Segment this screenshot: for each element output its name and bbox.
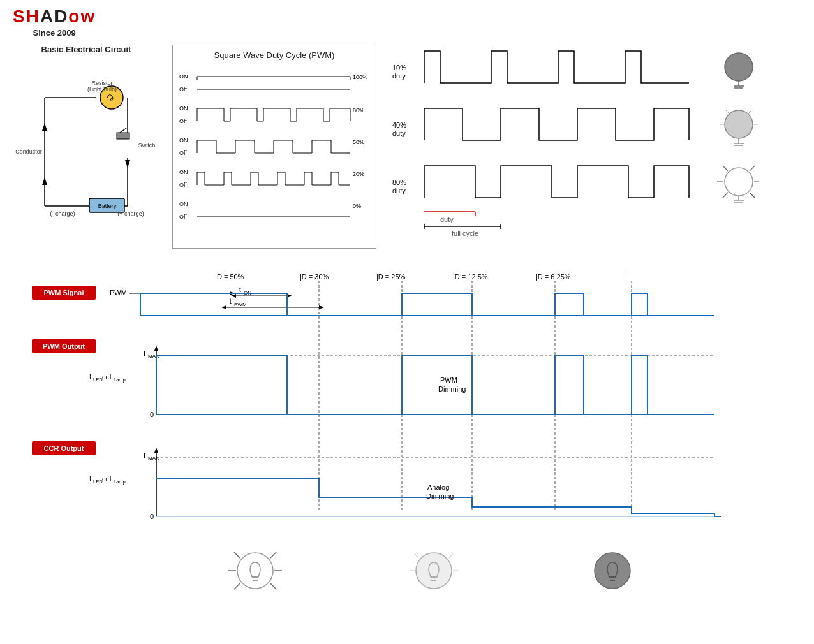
svg-text:or I: or I — [102, 374, 111, 381]
svg-text:|D = 6.25%: |D = 6.25% — [536, 273, 571, 281]
svg-text:I: I — [144, 451, 145, 459]
svg-text:PWM: PWM — [440, 376, 457, 384]
svg-text:duty: duty — [440, 216, 454, 223]
svg-text:80%: 80% — [353, 107, 364, 113]
svg-text:ON: ON — [179, 201, 188, 207]
svg-text:ON: ON — [179, 169, 188, 175]
svg-line-143 — [415, 553, 418, 558]
logo-ad: AD — [40, 6, 68, 26]
svg-text:|: | — [625, 273, 627, 281]
svg-point-138 — [416, 553, 452, 589]
top-section: Basic Electrical Circuit — [13, 45, 801, 249]
svg-text:Resistor: Resistor — [91, 80, 112, 86]
svg-text:PWM Signal: PWM Signal — [44, 289, 84, 296]
svg-text:I: I — [89, 476, 91, 483]
svg-text:(+ charge): (+ charge) — [117, 210, 144, 217]
duty-visual: 10% duty 40% duty 80% — [389, 45, 801, 249]
pwm-duty-chart: Square Wave Duty Cycle (PWM) ON Off 100%… — [172, 45, 376, 249]
svg-text:Lamp: Lamp — [114, 377, 126, 383]
svg-line-137 — [270, 583, 276, 589]
svg-line-50 — [725, 110, 729, 113]
svg-point-46 — [725, 110, 753, 138]
svg-text:40%: 40% — [392, 121, 406, 129]
svg-text:full cycle: full cycle — [452, 230, 478, 237]
svg-text:Off: Off — [179, 182, 187, 188]
svg-marker-88 — [231, 294, 236, 298]
svg-text:Off: Off — [179, 118, 187, 124]
header: SHADow Since 2009 — [13, 6, 96, 38]
svg-text:PWM: PWM — [110, 289, 127, 296]
svg-text:D = 50%: D = 50% — [217, 273, 244, 281]
svg-text:LED: LED — [93, 377, 103, 383]
svg-text:ON: ON — [179, 137, 188, 143]
svg-text:duty: duty — [392, 129, 406, 137]
svg-text:CCR Output: CCR Output — [44, 444, 84, 452]
svg-text:PWM Output: PWM Output — [43, 342, 85, 350]
svg-text:0: 0 — [150, 513, 154, 520]
svg-text:duty: duty — [392, 187, 406, 194]
svg-text:I: I — [89, 374, 91, 381]
svg-text:ON: ON — [179, 105, 188, 112]
svg-marker-93 — [221, 305, 226, 309]
svg-marker-18 — [125, 160, 130, 168]
svg-text:LED: LED — [93, 479, 103, 485]
svg-line-9 — [120, 128, 126, 133]
svg-line-60 — [723, 193, 728, 198]
svg-text:t: t — [239, 286, 241, 293]
svg-line-135 — [270, 552, 276, 558]
circuit-panel: Basic Electrical Circuit — [13, 45, 159, 249]
svg-text:Off: Off — [179, 150, 187, 156]
svg-text:Off: Off — [179, 214, 187, 220]
svg-text:Battery: Battery — [98, 203, 117, 209]
svg-text:80%: 80% — [392, 179, 406, 186]
circuit-diagram: Battery Resistor (Light Bulb) Switch Con… — [13, 59, 159, 231]
svg-marker-117 — [154, 448, 158, 453]
svg-text:I: I — [144, 349, 145, 357]
svg-text:50%: 50% — [353, 139, 364, 145]
bottom-section: D = 50% |D = 30% |D = 25% |D = 12.5% |D … — [13, 268, 801, 638]
svg-text:Analog: Analog — [427, 483, 449, 491]
svg-text:Off: Off — [179, 86, 187, 92]
svg-text:(- charge): (- charge) — [50, 210, 75, 217]
svg-text:or I: or I — [102, 476, 111, 483]
svg-text:(Light Bulb): (Light Bulb) — [87, 86, 117, 92]
svg-line-61 — [750, 193, 755, 198]
svg-text:Conductor: Conductor — [15, 149, 42, 155]
svg-line-59 — [750, 166, 755, 171]
svg-text:t: t — [230, 298, 232, 305]
svg-point-42 — [725, 53, 753, 81]
svg-text:0%: 0% — [353, 203, 361, 209]
svg-text:|D = 30%: |D = 30% — [300, 273, 329, 281]
svg-text:ON: ON — [179, 73, 188, 80]
svg-line-58 — [723, 166, 728, 171]
svg-line-134 — [234, 552, 240, 558]
svg-point-54 — [725, 168, 753, 196]
svg-text:PWM: PWM — [234, 302, 247, 307]
svg-marker-89 — [287, 294, 292, 298]
svg-text:100%: 100% — [353, 74, 367, 80]
svg-marker-94 — [319, 305, 324, 309]
svg-point-129 — [237, 553, 273, 589]
svg-marker-102 — [154, 346, 158, 351]
logo: SHADow — [13, 6, 96, 27]
svg-text:Dimming: Dimming — [438, 385, 466, 393]
svg-line-144 — [449, 553, 453, 558]
circuit-title: Basic Electrical Circuit — [13, 45, 159, 54]
svg-text:Switch: Switch — [138, 142, 156, 149]
logo-sh: SH — [13, 6, 40, 26]
svg-line-136 — [234, 583, 240, 589]
svg-text:20%: 20% — [353, 171, 364, 177]
svg-text:|D = 12.5%: |D = 12.5% — [453, 273, 488, 281]
svg-point-145 — [595, 553, 630, 589]
logo-ow: ow — [68, 6, 96, 26]
svg-text:duty: duty — [392, 72, 406, 80]
pwm-chart-title: Square Wave Duty Cycle (PWM) — [178, 50, 371, 60]
svg-text:10%: 10% — [392, 64, 406, 71]
svg-rect-8 — [117, 133, 130, 139]
svg-marker-6 — [42, 177, 47, 185]
svg-marker-5 — [42, 123, 47, 131]
svg-line-51 — [748, 110, 752, 113]
svg-text:|D = 25%: |D = 25% — [376, 273, 406, 281]
svg-text:Lamp: Lamp — [114, 479, 126, 485]
svg-text:0: 0 — [150, 411, 154, 418]
